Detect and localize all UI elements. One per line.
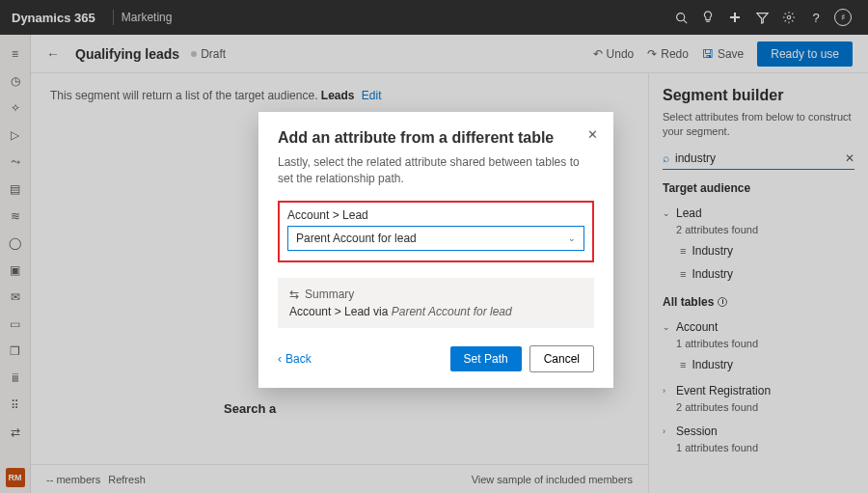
summary-path-ital: Parent Account for lead — [392, 305, 512, 318]
add-attribute-modal: ✕ Add an attribute from a different tabl… — [258, 112, 613, 388]
summary-box: ⇆Summary Account > Lead via Parent Accou… — [278, 278, 594, 328]
path-label: Account > Lead — [287, 208, 584, 222]
modal-title: Add an attribute from a different table — [278, 129, 594, 147]
modal-description: Lastly, select the related attribute sha… — [278, 154, 594, 187]
cancel-button[interactable]: Cancel — [529, 345, 594, 372]
highlighted-region: Account > Lead Parent Account for lead ⌄ — [278, 201, 594, 262]
summary-label: Summary — [305, 288, 354, 301]
back-button[interactable]: ‹Back — [278, 352, 312, 366]
back-label: Back — [285, 352, 312, 366]
relationship-dropdown[interactable]: Parent Account for lead ⌄ — [287, 226, 584, 251]
summary-path: Account > Lead via — [289, 305, 392, 318]
close-icon[interactable]: ✕ — [587, 127, 598, 142]
set-path-button[interactable]: Set Path — [450, 346, 522, 371]
dropdown-value: Parent Account for lead — [296, 232, 417, 245]
chevron-down-icon: ⌄ — [568, 233, 576, 243]
summary-icon: ⇆ — [289, 288, 299, 301]
chevron-left-icon: ‹ — [278, 352, 282, 366]
